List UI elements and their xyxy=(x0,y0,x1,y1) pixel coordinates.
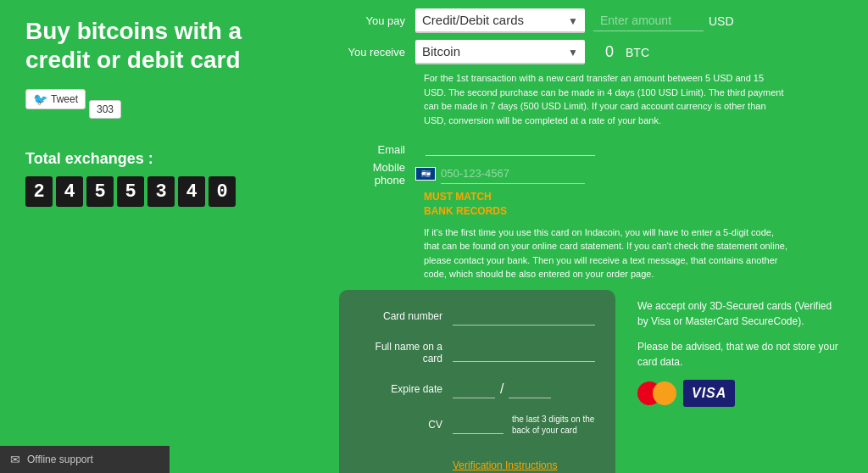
tweet-label: Tweet xyxy=(51,93,78,105)
cv-row: CV the last 3 digits on the back of your… xyxy=(359,414,595,436)
digit-1: 4 xyxy=(56,176,83,207)
phone-info-text: If it's the first time you use this card… xyxy=(424,225,788,281)
you-pay-label: You pay xyxy=(339,14,415,27)
card-logos: VISA xyxy=(637,380,843,407)
phone-flag-icon: 🇮🇱 xyxy=(415,167,436,181)
digit-0: 2 xyxy=(25,176,53,207)
cv-label: CV xyxy=(359,419,453,431)
card-number-row: Card number xyxy=(359,307,595,326)
mastercard-logo xyxy=(637,381,676,405)
digit-3: 5 xyxy=(117,176,144,207)
expire-slash: / xyxy=(500,381,504,397)
mastercard-circle-orange xyxy=(653,381,676,405)
full-name-label: Full name on a card xyxy=(359,341,453,364)
expire-label: Expire date xyxy=(359,383,453,395)
card-section: Card number Full name on a card Expire d… xyxy=(339,290,851,473)
cv-hint: the last 3 digits on the back of your ca… xyxy=(512,414,595,436)
security-info: We accept only 3D-Secured cards (Verifie… xyxy=(629,290,851,473)
expire-date-row: Expire date / xyxy=(359,380,595,398)
email-input[interactable] xyxy=(426,136,595,156)
counter-display: 2 4 5 5 3 4 0 xyxy=(25,176,305,207)
full-name-input[interactable] xyxy=(453,343,595,362)
total-exchanges-label: Total exchanges : xyxy=(25,150,305,168)
digit-2: 5 xyxy=(86,176,114,207)
amount-input[interactable] xyxy=(593,10,704,31)
card-number-input[interactable] xyxy=(453,307,595,326)
receive-currency: BTC xyxy=(626,46,649,59)
must-match-text: MUST MATCH BANK RECORDS xyxy=(424,190,851,219)
digit-5: 4 xyxy=(178,176,205,207)
page-title: Buy bitcoins with a credit or debit card xyxy=(25,17,254,74)
right-panel: You pay Credit/Debit cards Bank Transfer… xyxy=(331,0,868,473)
footer-label: Offline support xyxy=(27,454,93,465)
phone-input[interactable] xyxy=(441,164,585,184)
digit-6: 0 xyxy=(209,176,236,207)
phone-label: Mobile phone xyxy=(339,161,415,186)
transaction-info-text: For the 1st transaction with a new card … xyxy=(424,71,788,127)
security-text-2: Please be advised, that we do not store … xyxy=(637,339,843,370)
expire-year-input[interactable] xyxy=(509,380,551,398)
digit-4: 3 xyxy=(147,176,175,207)
left-panel: Buy bitcoins with a credit or debit card… xyxy=(0,0,331,473)
receive-method-wrapper[interactable]: Bitcoin Ethereum ▼ xyxy=(415,40,585,64)
card-form-box: Card number Full name on a card Expire d… xyxy=(339,290,615,473)
currency-usd-label: USD xyxy=(709,14,734,28)
you-pay-row: You pay Credit/Debit cards Bank Transfer… xyxy=(339,8,851,33)
payment-method-select[interactable]: Credit/Debit cards Bank Transfer xyxy=(415,8,585,33)
full-name-row: Full name on a card xyxy=(359,341,595,364)
payment-method-wrapper[interactable]: Credit/Debit cards Bank Transfer ▼ xyxy=(415,8,585,33)
expire-inputs: / xyxy=(453,380,551,398)
cv-input[interactable] xyxy=(453,415,504,434)
email-label: Email xyxy=(339,143,415,156)
expire-month-input[interactable] xyxy=(453,380,495,398)
verification-link[interactable]: Verification Instructions xyxy=(453,459,557,471)
phone-row: Mobile phone 🇮🇱 xyxy=(339,161,851,186)
twitter-icon: 🐦 xyxy=(33,92,47,106)
security-text-1: We accept only 3D-Secured cards (Verifie… xyxy=(637,298,843,329)
card-number-label: Card number xyxy=(359,310,453,322)
you-receive-row: You receive Bitcoin Ethereum ▼ 0 BTC xyxy=(339,40,851,64)
email-row: Email xyxy=(339,136,851,156)
envelope-icon: ✉ xyxy=(10,453,20,466)
footer-bar: ✉ Offline support xyxy=(0,446,170,473)
visa-logo: VISA xyxy=(683,380,735,407)
tweet-count: 303 xyxy=(89,100,121,119)
receive-method-select[interactable]: Bitcoin Ethereum xyxy=(415,40,585,64)
tweet-button[interactable]: 🐦 Tweet xyxy=(25,89,86,109)
receive-amount: 0 xyxy=(605,43,614,61)
you-receive-label: You receive xyxy=(339,46,415,58)
